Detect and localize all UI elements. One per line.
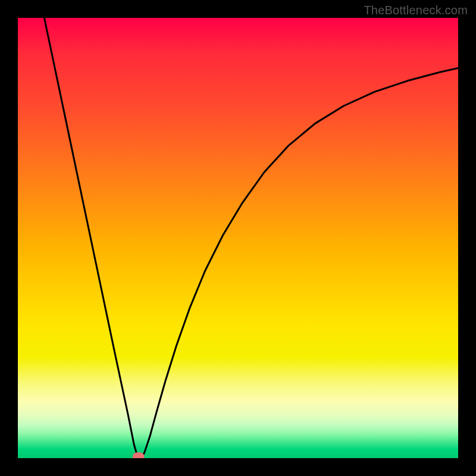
bottleneck-curve-svg <box>18 18 458 458</box>
watermark-text: TheBottleneck.com <box>364 4 468 17</box>
plot-area <box>18 18 458 458</box>
chart-frame: TheBottleneck.com <box>0 0 476 476</box>
bottleneck-curve <box>44 18 458 458</box>
optimum-marker <box>133 452 145 458</box>
